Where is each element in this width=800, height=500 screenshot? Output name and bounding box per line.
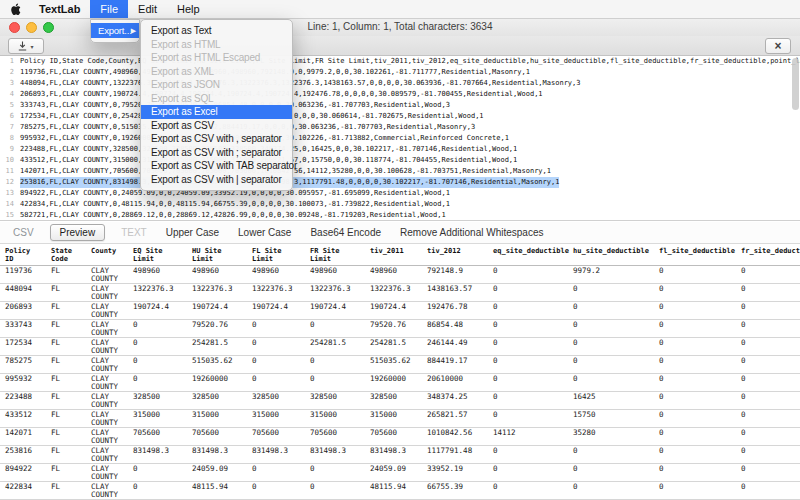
tab-lower-case[interactable]: Lower Case — [235, 225, 294, 240]
table-cell: 0 — [654, 374, 736, 392]
editor-line: 7785275,FL,CLAY COUNTY,0,515035.62,0,0,5… — [0, 122, 800, 133]
download-icon — [18, 41, 27, 51]
table-cell: 515035.62 — [365, 356, 422, 374]
table-cell: 254281.5 — [305, 338, 365, 356]
table-row: 206893FLCLAY COUNTY190724.4190724.419072… — [0, 302, 800, 320]
textlab-window: TextLabFileEditHelp Line: 1, Column: 1, … — [0, 0, 800, 500]
table-cell: 0 — [736, 266, 800, 284]
scrollbar-thumb[interactable] — [792, 58, 799, 110]
tab-csv[interactable]: CSV — [10, 225, 37, 240]
table-cell: 515035.62 — [187, 356, 247, 374]
tab-remove-additional-whitespaces[interactable]: Remove Additional Whitespaces — [397, 225, 546, 240]
table-cell: 0 — [736, 428, 800, 446]
table-row: 433512FLCLAY COUNTY315000315000315000315… — [0, 410, 800, 428]
table-cell: 831498.3 — [247, 446, 305, 464]
table-cell: CLAY COUNTY — [86, 320, 128, 338]
menu-item-export-as-csv-with-tab-separator[interactable]: Export as CSV with TAB separator — [141, 159, 292, 173]
column-header-fr-site-limit: FR Site Limit — [305, 244, 365, 266]
table-cell: 315000 — [247, 410, 305, 428]
table-cell: 0 — [488, 464, 568, 482]
menu-item-export-as-csv-with-separator[interactable]: Export as CSV with | separator — [141, 173, 292, 187]
table-cell: 328500 — [305, 392, 365, 410]
table-cell: 0 — [736, 410, 800, 428]
table-row: 995932FLCLAY COUNTY019260000001926000020… — [0, 374, 800, 392]
table-cell: 0 — [736, 464, 800, 482]
column-header-hu-site-limit: HU Site Limit — [187, 244, 247, 266]
chevron-down-icon: ▾ — [30, 43, 33, 50]
table-cell: 0 — [247, 356, 305, 374]
menu-item-export-as-csv-with-separator[interactable]: Export as CSV with , separator — [141, 132, 292, 146]
table-row: 785275FLCLAY COUNTY0515035.6200515035.62… — [0, 356, 800, 374]
tab-upper-case[interactable]: Upper Case — [163, 225, 222, 240]
menubar-item-edit[interactable]: Edit — [128, 0, 167, 18]
table-cell: 0 — [736, 374, 800, 392]
editor-line: 9223488,FL,CLAY COUNTY,328500,328500,328… — [0, 144, 800, 155]
table-cell: 9979.2 — [568, 266, 654, 284]
table-cell: 0 — [736, 446, 800, 464]
table-cell: 894922 — [0, 464, 46, 482]
menubar-item-textlab[interactable]: TextLab — [29, 0, 90, 18]
menu-item-export-as-excel[interactable]: Export as Excel — [141, 105, 292, 119]
export-submenu: Export as TextExport as HTMLExport as HT… — [140, 19, 293, 191]
menubar-item-file[interactable]: File — [90, 0, 128, 18]
menu-item-export-as-text[interactable]: Export as Text — [141, 24, 292, 38]
editor-line: 8995932,FL,CLAY COUNTY,0,19260000,0,0,19… — [0, 133, 800, 144]
table-cell: 190724.4 — [365, 302, 422, 320]
tab-bar: CSVPreviewTEXTUpper CaseLower CaseBase64… — [0, 222, 800, 244]
table-cell: 192476.78 — [422, 302, 488, 320]
table-cell: 785275 — [0, 356, 46, 374]
table-cell: 172534 — [0, 338, 46, 356]
tab-base64-encode[interactable]: Base64 Encode — [307, 225, 384, 240]
table-row: 172534FLCLAY COUNTY0254281.50254281.5254… — [0, 338, 800, 356]
column-header-hu-site-deductible: hu_site_deductible — [568, 244, 654, 266]
table-cell: FL — [46, 428, 86, 446]
table-cell: 0 — [654, 320, 736, 338]
table-cell: 315000 — [365, 410, 422, 428]
line-number: 6 — [0, 111, 14, 122]
table-cell: 142071 — [0, 428, 46, 446]
table-cell: 19260000 — [365, 374, 422, 392]
column-header-fl-site-limit: FL Site Limit — [247, 244, 305, 266]
table-cell: 328500 — [365, 392, 422, 410]
table-cell: 705600 — [365, 428, 422, 446]
table-row: 333743FLCLAY COUNTY079520.760079520.7686… — [0, 320, 800, 338]
text-editor[interactable]: 1Policy ID,State Code,County,EQ Site Lim… — [0, 56, 800, 221]
table-cell: 19260000 — [187, 374, 247, 392]
line-number: 12 — [0, 177, 14, 188]
import-file-button[interactable]: ▾ — [8, 38, 44, 54]
table-cell: 792148.9 — [422, 266, 488, 284]
menu-item-export-as-csv[interactable]: Export as CSV — [141, 119, 292, 133]
table-cell: CLAY COUNTY — [86, 302, 128, 320]
table-cell: 0 — [568, 446, 654, 464]
editor-line: 12253816,FL,CLAY COUNTY,831498.3,831498.… — [0, 177, 800, 188]
clear-text-button[interactable]: × — [765, 38, 791, 54]
menu-item-export-as-xml: Export as XML — [141, 65, 292, 79]
table-cell: 433512 — [0, 410, 46, 428]
editor-scrollbar[interactable] — [792, 58, 799, 218]
editor-line: 15582721,FL,CLAY COUNTY,0,28869.12,0,0,2… — [0, 210, 800, 221]
table-cell: 0 — [654, 446, 736, 464]
tab-preview[interactable]: Preview — [50, 224, 106, 241]
table-cell: 0 — [128, 338, 187, 356]
table-cell: 0 — [654, 482, 736, 500]
table-cell: FL — [46, 392, 86, 410]
table-cell: 0 — [568, 302, 654, 320]
table-cell: 1322376.3 — [365, 284, 422, 302]
table-cell: 14112 — [488, 428, 568, 446]
table-cell: 448094 — [0, 284, 46, 302]
table-cell: 498960 — [187, 266, 247, 284]
menu-item-export-as-csv-with-separator[interactable]: Export as CSV with ; separator — [141, 146, 292, 160]
table-cell: 253816 — [0, 446, 46, 464]
table-cell: 498960 — [305, 266, 365, 284]
table-cell: 0 — [736, 356, 800, 374]
apple-menu-icon[interactable] — [0, 0, 29, 18]
table-cell: 0 — [654, 464, 736, 482]
table-cell: 1322376.3 — [247, 284, 305, 302]
table-cell: 190724.4 — [305, 302, 365, 320]
table-cell: 705600 — [305, 428, 365, 446]
table-cell: 0 — [654, 356, 736, 374]
line-number: 10 — [0, 155, 14, 166]
menubar-item-help[interactable]: Help — [167, 0, 210, 18]
menu-item-export[interactable]: Export... ▶ — [91, 23, 139, 38]
tab-text[interactable]: TEXT — [118, 225, 150, 240]
